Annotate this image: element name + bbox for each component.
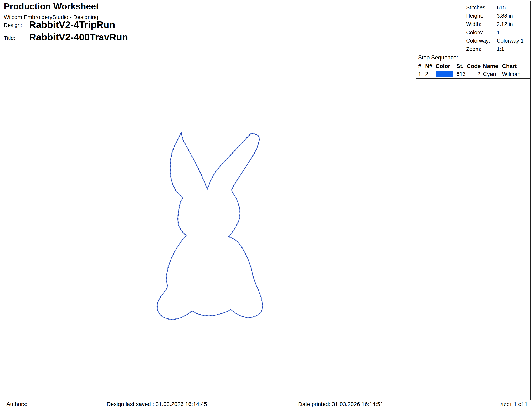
col-header-stitches: St.	[456, 63, 464, 70]
row-stitches: 613	[456, 71, 466, 77]
date-printed-text: Date printed: 31.03.2026 16:14:51	[298, 400, 383, 408]
stat-value: 1	[497, 28, 500, 36]
page-number: лист 1 of 1	[500, 400, 528, 408]
page-title: Production Worksheet	[4, 1, 99, 11]
stat-row-zoom: Zoom: 1:1	[465, 45, 529, 53]
footer-bar: Authors: Design last saved : 31.03.2026 …	[1, 400, 531, 408]
row-needle: 2	[425, 71, 428, 77]
design-label: Design:	[4, 22, 22, 28]
stat-value: 3.88 in	[497, 12, 513, 20]
stat-label: Colorway:	[466, 36, 490, 45]
stat-row-colorway: Colorway: Colorway 1	[465, 36, 529, 45]
stat-row-stitches: Stitches: 615	[465, 3, 529, 12]
stat-label: Height:	[466, 12, 483, 20]
row-color-name: Cyan	[483, 71, 496, 77]
design-name: RabbitV2-4TripRun	[29, 19, 115, 30]
stat-value: 2.12 in	[497, 20, 513, 28]
thread-color-swatch	[436, 71, 454, 77]
col-header-needle: N#	[425, 63, 432, 70]
col-header-name: Name	[483, 63, 498, 70]
stat-label: Width:	[466, 20, 482, 28]
authors-label: Authors:	[6, 400, 28, 408]
stat-value: Colorway 1	[497, 36, 524, 45]
title-label: Title:	[4, 35, 15, 41]
stat-row-height: Height: 3.88 in	[465, 12, 529, 20]
stat-label: Stitches:	[466, 3, 487, 12]
rabbit-outline-stitch-dashes	[157, 132, 263, 319]
stat-row-colors: Colors: 1	[465, 28, 529, 36]
stop-sequence-title: Stop Sequence:	[418, 55, 458, 61]
stat-value: 1:1	[497, 45, 504, 53]
stat-label: Colors:	[466, 28, 483, 36]
row-chart: Wilcom	[502, 71, 521, 77]
design-canvas	[0, 53, 416, 400]
stat-label: Zoom:	[466, 45, 482, 53]
row-code: 2	[467, 71, 480, 77]
stop-sequence-rule	[416, 78, 530, 79]
stat-value: 615	[497, 3, 506, 12]
last-saved-text: Design last saved : 31.03.2026 16:14:45	[107, 400, 207, 408]
col-header-num: #	[418, 63, 421, 70]
panel-separator	[416, 53, 417, 400]
col-header-chart: Chart	[502, 63, 517, 70]
design-title: RabbitV2-400TravRun	[29, 32, 128, 43]
rabbit-outline-stitch-base	[157, 132, 263, 319]
stat-row-width: Width: 2.12 in	[465, 20, 529, 28]
design-stats-box: Stitches: 615 Height: 3.88 in Width: 2.1…	[464, 2, 529, 53]
row-num: 1.	[418, 71, 423, 77]
col-header-code: Code	[467, 63, 480, 70]
col-header-color: Color	[436, 63, 450, 70]
